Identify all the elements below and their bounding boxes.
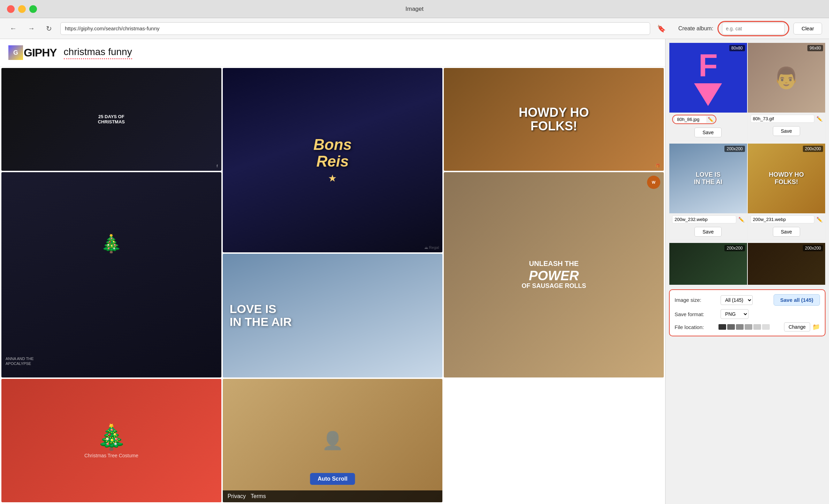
refresh-button[interactable]: ↻ [43, 23, 55, 34]
path-boxes [718, 324, 770, 330]
size-badge: 200x200 [803, 146, 823, 152]
path-segment [753, 324, 761, 330]
edit-icon[interactable]: ✏️ [708, 117, 714, 122]
size-badge: 80x80 [729, 45, 745, 51]
giphy-logo: G GIPHY [8, 45, 57, 60]
image-size-label: Image size: [675, 297, 716, 303]
path-segment [718, 324, 726, 330]
save-button[interactable]: Save [773, 126, 800, 136]
image-item: 200x200 [747, 243, 826, 285]
image-thumb: 200x200 [669, 243, 747, 285]
album-input[interactable] [722, 23, 785, 35]
filename-input[interactable] [751, 115, 815, 123]
path-segment [762, 324, 770, 330]
gif-item[interactable]: UNLEASH THE POWER OF SAUSAGE ROLLS W [444, 172, 664, 377]
image-meta: ✏️ [748, 113, 826, 125]
maximize-button[interactable] [29, 5, 37, 13]
image-size-select[interactable]: All (145) 80x80 96x80 200x200 [721, 295, 753, 305]
save-format-label: Save format: [675, 311, 716, 317]
size-badge: 200x200 [724, 146, 745, 152]
save-format-row: Save format: PNG JPG WEBP GIF [675, 309, 820, 319]
privacy-link[interactable]: Privacy [228, 493, 246, 499]
forward-button[interactable]: → [25, 23, 38, 34]
size-badge: 200x200 [803, 245, 823, 251]
file-location-label: File location: [675, 324, 716, 330]
image-thumb: F 80x80 [669, 43, 747, 113]
gif-item[interactable]: HOWDY HOFOLKS! 🎁 [444, 68, 664, 171]
image-item: 👨 96x80 ✏️ Save [747, 43, 826, 140]
image-row-1: F 80x80 ✏️ Save 👨 96x80 [669, 43, 826, 140]
save-button[interactable]: Save [694, 128, 722, 137]
auto-scroll-bar[interactable]: Auto Scroll [310, 473, 355, 485]
minimize-button[interactable] [18, 5, 26, 13]
save-button[interactable]: Save [773, 227, 800, 237]
image-row-3: 200x200 200x200 [669, 243, 826, 285]
image-item: HOWDY HOFOLKS! 200x200 ✏️ Save [747, 143, 826, 240]
edit-icon[interactable]: ✏️ [816, 217, 822, 222]
save-button[interactable]: Save [694, 227, 722, 237]
image-meta: ✏️ [748, 213, 826, 226]
terms-link[interactable]: Terms [251, 493, 266, 499]
edit-icon[interactable]: ✏️ [816, 116, 822, 122]
clear-button[interactable]: Clear [793, 23, 822, 35]
right-controls: Create album: Clear [678, 21, 822, 36]
address-input[interactable] [60, 22, 650, 35]
gif-item[interactable]: ANNA AND THEAPOCALYPSE 🎄 [1, 172, 221, 377]
edit-icon[interactable]: ✏️ [738, 217, 744, 222]
change-button[interactable]: Change [784, 322, 810, 331]
back-button[interactable]: ← [7, 23, 20, 34]
window-title: Imaget [405, 6, 424, 13]
bottom-controls: Image size: All (145) 80x80 96x80 200x20… [669, 289, 826, 336]
size-badge: 200x200 [724, 245, 745, 251]
window-controls [7, 5, 37, 13]
main-content: G GIPHY christmas funny 25 DAYS OFCHRIST… [0, 39, 829, 504]
image-meta: ✏️ [669, 213, 747, 226]
image-item: F 80x80 ✏️ Save [669, 43, 747, 140]
browser-content: G GIPHY christmas funny 25 DAYS OFCHRIST… [0, 39, 665, 504]
close-button[interactable] [7, 5, 15, 13]
image-size-row: Image size: All (145) 80x80 96x80 200x20… [675, 294, 820, 306]
path-segment [727, 324, 735, 330]
privacy-terms-bar: Privacy Terms [223, 490, 443, 502]
gif-item[interactable]: 👤 Auto Scroll Privacy Terms [223, 379, 443, 503]
gif-item[interactable]: 🎄 Christmas Tree Costume [1, 379, 221, 503]
image-thumb: LOVE ISIN THE AI 200x200 [669, 144, 747, 213]
size-badge: 96x80 [807, 45, 823, 51]
giphy-header: G GIPHY christmas funny [0, 39, 665, 67]
image-thumb: HOWDY HOFOLKS! 200x200 [748, 144, 826, 213]
file-location-row: File location: Change 📁 [675, 322, 820, 331]
filename-input[interactable] [672, 215, 736, 223]
create-album-highlight [717, 21, 789, 36]
image-thumb: 👨 96x80 [748, 43, 826, 113]
filename-input[interactable] [675, 116, 706, 123]
image-meta: ✏️ [669, 113, 747, 126]
right-panel: F 80x80 ✏️ Save 👨 96x80 [665, 39, 829, 504]
image-row-2: LOVE ISIN THE AI 200x200 ✏️ Save HOWDY H… [669, 143, 826, 240]
gif-item[interactable]: 25 DAYS OFCHRISTMAS f [1, 68, 221, 171]
bookmark-icon[interactable]: 🔖 [656, 23, 667, 34]
gif-item[interactable]: BonsReis ★ ⛰ Regal [223, 68, 443, 252]
filename-input[interactable] [751, 215, 815, 223]
image-thumb: 200x200 [748, 243, 826, 285]
giphy-logo-text: GIPHY [24, 46, 57, 59]
gif-grid: 25 DAYS OFCHRISTMAS f BonsReis ★ ⛰ Regal… [0, 67, 665, 504]
address-bar: ← → ↻ 🔖 Create album: Clear [0, 18, 829, 39]
image-item: 200x200 [669, 243, 747, 285]
save-format-select[interactable]: PNG JPG WEBP GIF [721, 309, 748, 319]
gif-item[interactable]: LOVE ISIN THE AIR [223, 254, 443, 377]
giphy-logo-box: G [8, 45, 23, 60]
folder-icon[interactable]: 📁 [812, 323, 820, 331]
save-all-button[interactable]: Save all (145) [774, 294, 820, 306]
search-term: christmas funny [64, 46, 132, 59]
image-item: LOVE ISIN THE AI 200x200 ✏️ Save [669, 143, 747, 240]
path-segment [736, 324, 744, 330]
path-segment [745, 324, 752, 330]
create-album-label: Create album: [678, 25, 714, 32]
title-bar: Imaget [0, 0, 829, 18]
